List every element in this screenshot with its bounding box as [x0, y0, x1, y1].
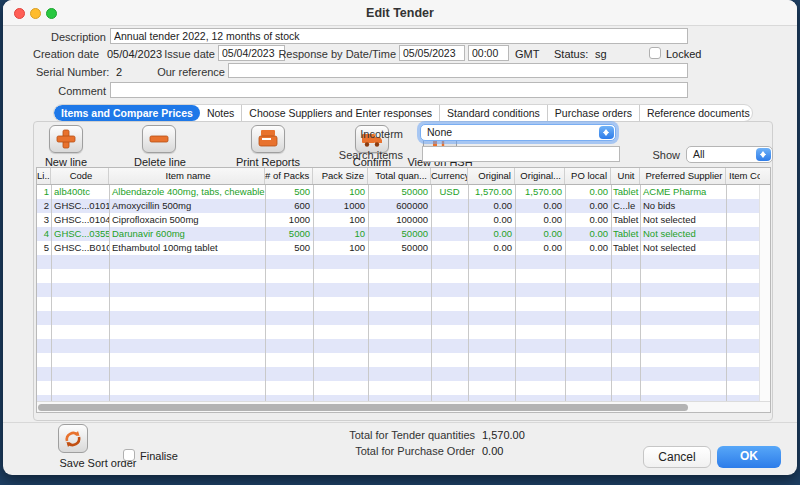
cell-item-con — [726, 241, 759, 255]
cell-po-local: 0.00 — [565, 199, 611, 213]
plus-icon — [55, 129, 77, 149]
cell-packs: 5000 — [265, 227, 313, 241]
col-item-con[interactable]: Item Con.. — [726, 168, 760, 184]
col-total-quan[interactable]: Total quan... — [368, 168, 431, 184]
col-unit[interactable]: Unit — [611, 168, 640, 184]
description-label: Description — [3, 31, 106, 43]
col-po-local[interactable]: PO local — [565, 168, 611, 184]
status-label: Status: — [554, 48, 588, 60]
incoterm-dropdown[interactable]: None — [420, 124, 616, 141]
tab-choose-suppliers[interactable]: Choose Suppliers and Enter responses — [241, 105, 439, 121]
cell-original: 0.00 — [468, 241, 515, 255]
description-input[interactable] — [110, 28, 688, 44]
delete-line-button[interactable] — [142, 125, 176, 153]
cell-code: GHSC...0104 — [51, 213, 109, 227]
cell-preferred-supplier: Not selected — [640, 213, 726, 227]
cell-total-quan: 50000 — [368, 227, 431, 241]
cell-code: GHSC...0101 — [51, 199, 109, 213]
cell-pack-size: 100 — [313, 185, 368, 199]
col-line[interactable]: Li... — [37, 168, 51, 184]
col-original2[interactable]: Original... — [515, 168, 565, 184]
cell-original: 0.00 — [468, 227, 515, 241]
show-value: All — [693, 148, 705, 160]
cell-total-quan: 600000 — [368, 199, 431, 213]
cell-original2: 1,570.00 — [515, 185, 565, 199]
cell-original: 1,570.00 — [468, 185, 515, 199]
tab-purchase-orders[interactable]: Purchase orders — [547, 105, 639, 121]
cell-po-local: 0.00 — [565, 213, 611, 227]
total-po-value: 0.00 — [482, 445, 503, 457]
tab-notes[interactable]: Notes — [200, 105, 241, 121]
response-by-label: Response by Date/Time — [243, 48, 396, 60]
our-reference-input[interactable] — [228, 63, 688, 78]
table-row[interactable]: 1 alb400tc Albendazole 400mg, tabs, chew… — [37, 185, 759, 199]
cell-pack-size: 100 — [313, 213, 368, 227]
cell-original2: 0.00 — [515, 213, 565, 227]
col-currency[interactable]: Currency — [431, 168, 468, 184]
cell-item-name: Ciprofloxacin 500mg — [109, 213, 265, 227]
cell-currency — [431, 241, 468, 255]
finalise-checkbox[interactable] — [123, 449, 135, 461]
table-row[interactable]: 3 GHSC...0104 Ciprofloxacin 500mg 1000 1… — [37, 213, 759, 227]
cell-unit: Tablet — [611, 241, 640, 255]
response-date-input[interactable] — [399, 45, 465, 61]
col-packs[interactable]: # of Packs — [265, 168, 313, 184]
table-row[interactable]: 4 GHSC...0355 Darunavir 600mg 5000 10 50… — [37, 227, 759, 241]
table-row[interactable]: 5 GHSC...B0103 Ethambutol 100mg tablet 5… — [37, 241, 759, 255]
title-bar: Edit Tender — [3, 0, 797, 26]
ok-button[interactable]: OK — [717, 446, 781, 468]
cell-code: alb400tc — [51, 185, 109, 199]
col-item-name[interactable]: Item name — [109, 168, 265, 184]
cell-total-quan: 50000 — [368, 241, 431, 255]
cell-line: 5 — [37, 241, 51, 255]
col-preferred-supplier[interactable]: Preferred Supplier — [640, 168, 726, 184]
cell-line: 1 — [37, 185, 51, 199]
cell-item-con — [726, 199, 759, 213]
scrollbar-thumb[interactable] — [38, 404, 688, 411]
cell-code: GHSC...0355 — [51, 227, 109, 241]
cell-pack-size: 10 — [313, 227, 368, 241]
vertical-scrollbar[interactable] — [759, 185, 770, 401]
serial-number-value: 2 — [116, 66, 122, 78]
cell-unit: Tablet — [611, 227, 640, 241]
save-sort-order-button[interactable] — [58, 424, 88, 453]
cell-pack-size: 1000 — [313, 199, 368, 213]
col-original[interactable]: Original — [468, 168, 515, 184]
locked-checkbox[interactable] — [649, 47, 661, 59]
comment-input[interactable] — [110, 82, 688, 98]
response-time-input[interactable] — [468, 45, 509, 61]
cell-packs: 1000 — [265, 213, 313, 227]
cancel-button[interactable]: Cancel — [643, 446, 711, 468]
locked-label: Locked — [666, 48, 701, 60]
tab-items-and-compare-prices[interactable]: Items and Compare Prices — [54, 105, 200, 121]
cell-item-name: Darunavir 600mg — [109, 227, 265, 241]
cell-total-quan: 100000 — [368, 213, 431, 227]
search-items-label: Search items — [303, 149, 403, 161]
new-line-button[interactable] — [49, 125, 83, 153]
table-body: 1 alb400tc Albendazole 400mg, tabs, chew… — [37, 185, 759, 401]
show-dropdown[interactable]: All — [686, 146, 773, 163]
edit-tender-window: Edit Tender Description Creation date 05… — [3, 0, 797, 475]
cell-preferred-supplier: ACME Pharma — [640, 185, 726, 199]
cell-currency: USD — [431, 185, 468, 199]
tab-standard-conditions[interactable]: Standard conditions — [439, 105, 547, 121]
tab-reference-documents[interactable]: Reference documents — [639, 105, 753, 121]
finalise-label: Finalise — [140, 450, 178, 462]
dropdown-stepper-icon — [599, 126, 614, 139]
printer-icon — [257, 129, 279, 149]
save-sort-order-label: Save Sort order — [43, 457, 153, 469]
search-items-input[interactable] — [422, 146, 620, 162]
table-row[interactable]: 2 GHSC...0101 Amoxycillin 500mg 600 1000… — [37, 199, 759, 213]
cell-po-local: 0.00 — [565, 227, 611, 241]
col-code[interactable]: Code — [51, 168, 109, 184]
cell-packs: 600 — [265, 199, 313, 213]
cell-item-con — [726, 227, 759, 241]
total-tender-label: Total for Tender quantities — [275, 429, 475, 441]
cell-total-quan: 50000 — [368, 185, 431, 199]
horizontal-scrollbar[interactable] — [37, 401, 770, 412]
print-reports-button[interactable] — [251, 125, 285, 153]
cell-original: 0.00 — [468, 199, 515, 213]
window-title: Edit Tender — [3, 6, 797, 20]
tender-items-table: Li... Code Item name # of Packs Pack Siz… — [36, 167, 771, 413]
col-pack-size[interactable]: Pack Size — [313, 168, 368, 184]
